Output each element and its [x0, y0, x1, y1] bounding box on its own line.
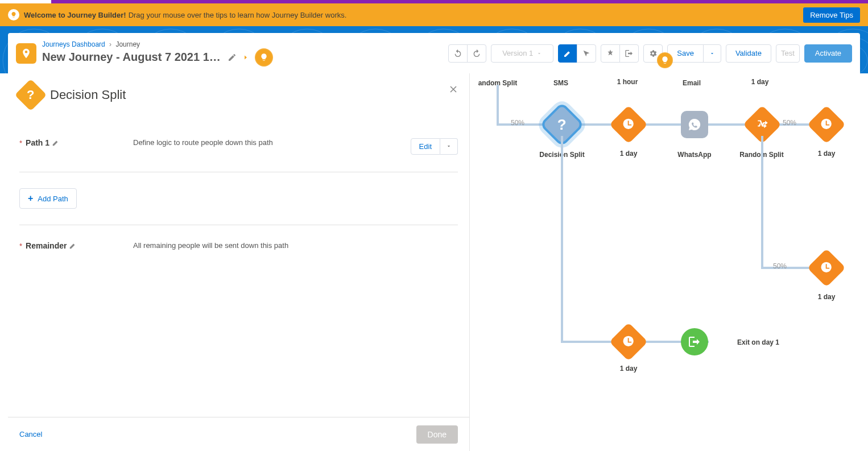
path-row: * Path 1 Define logic to route people do…	[19, 135, 458, 172]
canvas-label-1day1: 1 day	[620, 150, 638, 158]
edit-path-name-icon[interactable]	[52, 139, 60, 147]
connector	[561, 136, 563, 342]
decision-split-icon: ?	[15, 79, 47, 111]
test-button: Test	[776, 44, 800, 63]
done-button: Done	[416, 425, 458, 444]
cancel-button[interactable]: Cancel	[19, 430, 42, 438]
canvas-label-sms: SMS	[553, 79, 568, 87]
connector	[497, 85, 499, 126]
banner-desc: Drag your mouse over the tips to learn h…	[129, 11, 347, 19]
panel-title: Decision Split	[50, 88, 126, 102]
node-wait-1day[interactable]	[615, 111, 642, 138]
journey-pin-icon	[16, 43, 36, 64]
validate-button[interactable]: Validate	[726, 44, 771, 63]
remove-tips-button[interactable]: Remove Tips	[803, 7, 860, 23]
journey-title: New Journey - August 7 2021 10…	[42, 51, 224, 64]
canvas-label-1day3: 1 day	[818, 293, 836, 301]
canvas-label-email: Email	[683, 79, 701, 87]
pct-label: 50%	[783, 119, 796, 127]
journey-canvas[interactable]: andom Split SMS 1 hour Email 1 day 50% 5…	[470, 73, 860, 451]
edit-remainder-name-icon[interactable]	[69, 242, 77, 250]
add-path-button[interactable]: + Add Path	[19, 188, 77, 209]
required-asterisk: *	[19, 242, 22, 250]
canvas-label-exit: Exit on day 1	[737, 338, 779, 346]
goals-button[interactable]	[601, 44, 620, 63]
save-dropdown-button[interactable]	[703, 44, 721, 63]
decision-split-panel: ? Decision Split * Path 1 Define logic t…	[8, 73, 470, 451]
path-name: Path 1	[26, 138, 49, 147]
header-card: Journeys Dashboard › Journey New Journey…	[8, 33, 860, 73]
remainder-row: * Remainder All remaining people will be…	[19, 225, 458, 267]
node-wait-1day-branch[interactable]	[813, 254, 840, 282]
breadcrumb: Journeys Dashboard › Journey	[42, 40, 273, 48]
breadcrumb-dashboard[interactable]: Journeys Dashboard	[42, 40, 105, 48]
redo-button[interactable]	[467, 44, 486, 63]
activate-button[interactable]: Activate	[804, 44, 852, 63]
node-exit[interactable]	[681, 328, 708, 355]
close-panel-button[interactable]	[448, 84, 459, 97]
remainder-desc: All remaining people will be sent down t…	[133, 241, 458, 250]
edit-mode-button[interactable]	[558, 44, 577, 63]
breadcrumb-current: Journey	[115, 40, 140, 48]
remainder-name: Remainder	[26, 241, 67, 250]
path-desc: Define logic to route people down this p…	[133, 138, 411, 147]
tip-banner: Welcome to Journey Builder! Drag your mo…	[0, 3, 868, 26]
canvas-label-1hour: 1 hour	[617, 78, 638, 86]
canvas-label-1day2: 1 day	[818, 150, 836, 158]
chevron-right-icon	[242, 54, 249, 61]
banner-title: Welcome to Journey Builder!	[24, 11, 126, 19]
connector	[761, 136, 763, 268]
tip-bulb-icon[interactable]	[255, 48, 273, 67]
canvas-label-1day4: 1 day	[620, 365, 638, 373]
required-asterisk: *	[19, 139, 22, 147]
plus-icon: +	[28, 193, 33, 204]
canvas-label-1day-top: 1 day	[751, 78, 769, 86]
settings-tip-icon[interactable]	[657, 52, 673, 68]
header-bg: Journeys Dashboard › Journey New Journey…	[0, 26, 868, 73]
node-wait-1day-exit[interactable]	[615, 328, 642, 355]
edit-path-dropdown[interactable]	[440, 138, 458, 155]
pct-label: 50%	[773, 262, 787, 270]
add-path-label: Add Path	[38, 195, 68, 203]
canvas-label-whatsapp: WhatsApp	[677, 151, 711, 159]
pct-label: 50%	[511, 119, 524, 127]
exit-criteria-button[interactable]	[619, 44, 639, 63]
node-decision-split[interactable]: ?	[548, 111, 576, 138]
edit-title-icon[interactable]	[228, 53, 237, 62]
node-wait-1day-right[interactable]	[813, 111, 840, 138]
node-random-split[interactable]	[749, 111, 776, 138]
undo-button[interactable]	[448, 44, 468, 63]
version-label: Version 1	[502, 49, 533, 57]
node-whatsapp[interactable]	[681, 111, 708, 138]
version-dropdown[interactable]: Version 1	[491, 44, 553, 63]
lightbulb-icon	[8, 9, 19, 20]
select-mode-button[interactable]	[577, 44, 596, 63]
edit-path-button[interactable]: Edit	[411, 138, 440, 155]
